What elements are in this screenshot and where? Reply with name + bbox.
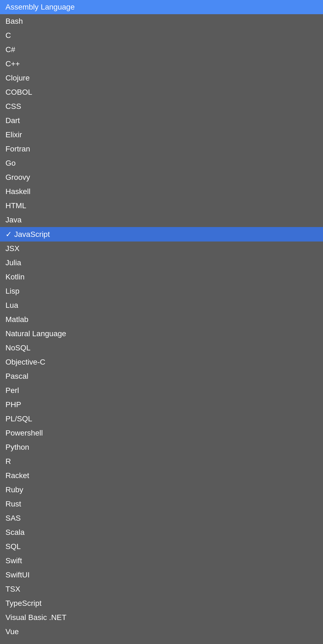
list-item[interactable]: ✓Lua	[0, 298, 323, 312]
item-label: COBOL	[5, 88, 32, 97]
item-label: CSS	[5, 102, 21, 111]
list-item[interactable]: ✓R	[0, 454, 323, 469]
item-label: Go	[5, 159, 16, 168]
list-item[interactable]: ✓Kotlin	[0, 270, 323, 284]
item-label: Visual Basic .NET	[5, 613, 67, 622]
list-item[interactable]: ✓CSS	[0, 99, 323, 114]
item-label: JSX	[5, 244, 19, 253]
list-item[interactable]: ✓Pascal	[0, 369, 323, 383]
list-item[interactable]: ✓Haskell	[0, 184, 323, 199]
item-label: Lisp	[5, 287, 19, 296]
list-item[interactable]: ✓COBOL	[0, 85, 323, 99]
item-label: Matlab	[5, 315, 28, 324]
list-item[interactable]: ✓SAS	[0, 511, 323, 525]
list-item[interactable]: ✓Matlab	[0, 312, 323, 327]
item-label: TypeScript	[5, 599, 41, 608]
list-item[interactable]: ✓Bash	[0, 14, 323, 28]
language-list: ✓Assembly Language✓Bash✓C✓C#✓C++✓Clojure…	[0, 0, 323, 639]
list-item[interactable]: ✓C#	[0, 43, 323, 57]
list-item[interactable]: ✓Rust	[0, 497, 323, 511]
item-label: R	[5, 457, 11, 466]
list-item[interactable]: ✓Vue	[0, 625, 323, 639]
item-label: Scala	[5, 528, 25, 537]
item-label: Dart	[5, 116, 20, 125]
item-label: Swift	[5, 556, 22, 565]
item-label: PHP	[5, 400, 21, 409]
item-label: Bash	[5, 17, 23, 26]
item-label: C	[5, 31, 11, 40]
item-label: Python	[5, 443, 29, 452]
list-item[interactable]: ✓Objective-C	[0, 355, 323, 369]
item-label: Kotlin	[5, 273, 25, 281]
list-item[interactable]: ✓Java	[0, 213, 323, 227]
item-label: Racket	[5, 471, 29, 480]
list-item[interactable]: ✓Visual Basic .NET	[0, 610, 323, 625]
list-item[interactable]: ✓Powershell	[0, 426, 323, 440]
list-item[interactable]: ✓Clojure	[0, 71, 323, 85]
item-label: SwiftUI	[5, 571, 30, 579]
list-item[interactable]: ✓PHP	[0, 398, 323, 412]
item-label: Java	[5, 216, 22, 224]
list-item[interactable]: ✓C	[0, 28, 323, 43]
item-label: Perl	[5, 386, 19, 395]
list-item[interactable]: ✓JSX	[0, 241, 323, 256]
item-label: TSX	[5, 585, 20, 594]
list-item[interactable]: ✓PL/SQL	[0, 412, 323, 426]
item-label: Assembly Language	[5, 3, 75, 11]
item-label: Julia	[5, 258, 21, 267]
list-item[interactable]: ✓SwiftUI	[0, 568, 323, 582]
list-item[interactable]: ✓Swift	[0, 554, 323, 568]
item-label: HTML	[5, 201, 26, 210]
item-label: Groovy	[5, 173, 30, 182]
item-label: Objective-C	[5, 358, 45, 366]
item-label: Clojure	[5, 74, 30, 82]
list-item[interactable]: ✓Perl	[0, 383, 323, 398]
item-label: Fortran	[5, 145, 30, 153]
list-item[interactable]: ✓TSX	[0, 582, 323, 596]
list-item[interactable]: ✓Lisp	[0, 284, 323, 298]
list-item[interactable]: ✓Groovy	[0, 170, 323, 184]
item-label: Lua	[5, 301, 18, 310]
list-item[interactable]: ✓Scala	[0, 525, 323, 539]
list-item[interactable]: ✓C++	[0, 57, 323, 71]
list-item[interactable]: ✓TypeScript	[0, 596, 323, 610]
check-icon: ✓	[5, 230, 12, 239]
item-label: Powershell	[5, 429, 43, 437]
item-label: PL/SQL	[5, 415, 32, 423]
item-label: Rust	[5, 500, 21, 508]
item-label: Natural Language	[5, 329, 66, 338]
list-item[interactable]: ✓Python	[0, 440, 323, 454]
list-item[interactable]: ✓Racket	[0, 469, 323, 483]
list-item[interactable]: ✓Julia	[0, 256, 323, 270]
item-label: SAS	[5, 514, 21, 523]
list-item[interactable]: ✓Assembly Language	[0, 0, 323, 14]
list-item[interactable]: ✓Dart	[0, 114, 323, 128]
item-label: SQL	[5, 542, 21, 551]
item-label: Elixir	[5, 130, 22, 139]
item-label: JavaScript	[14, 230, 50, 239]
list-item[interactable]: ✓Natural Language	[0, 327, 323, 341]
item-label: C#	[5, 45, 15, 54]
list-item[interactable]: ✓NoSQL	[0, 341, 323, 355]
list-item[interactable]: ✓JavaScript	[0, 227, 323, 241]
list-item[interactable]: ✓Elixir	[0, 128, 323, 142]
item-label: Ruby	[5, 485, 23, 494]
item-label: Pascal	[5, 372, 28, 381]
list-item[interactable]: ✓HTML	[0, 199, 323, 213]
item-label: Haskell	[5, 187, 31, 196]
list-item[interactable]: ✓Ruby	[0, 483, 323, 497]
list-item[interactable]: ✓SQL	[0, 539, 323, 554]
item-label: NoSQL	[5, 344, 31, 352]
list-item[interactable]: ✓Fortran	[0, 142, 323, 156]
item-label: Vue	[5, 627, 19, 636]
list-item[interactable]: ✓Go	[0, 156, 323, 170]
item-label: C++	[5, 59, 20, 68]
